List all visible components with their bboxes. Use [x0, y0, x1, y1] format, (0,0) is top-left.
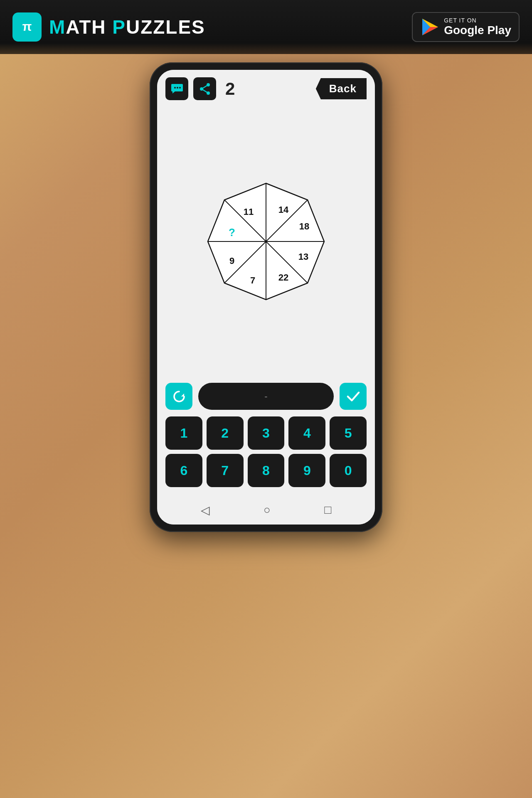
nav-bar: ◁ ○ □ — [157, 495, 375, 525]
title-rest: ATH PUZZLES — [66, 16, 205, 38]
seg-7: 7 — [250, 275, 255, 286]
reset-button[interactable] — [165, 383, 192, 410]
answer-text: - — [264, 391, 267, 402]
share-icon — [199, 83, 211, 95]
header-left: π MATH PUZZLES — [12, 12, 205, 42]
num-btn-6[interactable]: 6 — [165, 454, 202, 487]
app-title: MATH PUZZLES — [49, 16, 205, 38]
answer-display: - — [198, 383, 334, 410]
num-btn-9[interactable]: 9 — [288, 454, 325, 487]
num-btn-4[interactable]: 4 — [288, 416, 325, 450]
seg-11: 11 — [244, 207, 254, 217]
level-number: 2 — [225, 79, 235, 99]
pi-logo: π — [12, 12, 42, 42]
header: π MATH PUZZLES GET IT ON Google Play — [0, 0, 532, 54]
seg-22: 22 — [278, 272, 288, 283]
num-btn-0[interactable]: 0 — [330, 454, 367, 487]
svg-marker-23 — [181, 393, 184, 396]
check-icon — [346, 389, 361, 404]
num-btn-1[interactable]: 1 — [165, 416, 202, 450]
share-button[interactable] — [193, 77, 216, 100]
num-btn-5[interactable]: 5 — [330, 416, 367, 450]
nav-back-icon[interactable]: ◁ — [201, 503, 210, 517]
num-btn-3[interactable]: 3 — [248, 416, 285, 450]
back-button[interactable]: Back — [316, 78, 367, 99]
chat-icon — [171, 83, 183, 95]
num-btn-2[interactable]: 2 — [207, 416, 244, 450]
input-area: - 1 2 3 4 5 6 7 8 — [157, 379, 375, 495]
title-m: M — [49, 16, 66, 38]
numpad: 1 2 3 4 5 6 7 8 9 0 — [165, 416, 367, 487]
num-btn-7[interactable]: 7 — [207, 454, 244, 487]
phone-outer: 2 Back — [150, 62, 382, 532]
app-bar: 2 Back — [157, 70, 375, 104]
seg-14: 14 — [278, 204, 289, 215]
num-btn-8[interactable]: 8 — [248, 454, 285, 487]
reset-icon — [172, 389, 187, 404]
nav-home-icon[interactable]: ○ — [264, 503, 271, 517]
google-play-label: Google Play — [444, 24, 511, 37]
seg-question: ? — [229, 226, 235, 239]
seg-9: 9 — [229, 256, 234, 266]
google-play-text: GET IT ON Google Play — [444, 17, 511, 37]
svg-line-13 — [202, 89, 208, 93]
chat-button[interactable] — [165, 77, 188, 100]
check-button[interactable] — [340, 383, 367, 410]
octagon-puzzle: 14 18 13 22 7 9 ? 11 — [195, 171, 337, 312]
google-play-badge[interactable]: GET IT ON Google Play — [412, 12, 520, 42]
nav-recent-icon[interactable]: □ — [324, 503, 331, 517]
svg-point-7 — [177, 87, 178, 89]
svg-line-12 — [202, 85, 208, 89]
get-it-on-label: GET IT ON — [444, 17, 511, 24]
seg-13: 13 — [298, 251, 308, 262]
svg-text:π: π — [22, 20, 32, 33]
input-row: - — [165, 383, 367, 410]
play-store-icon — [420, 18, 439, 37]
seg-18: 18 — [299, 221, 309, 232]
phone-screen: 2 Back — [157, 70, 375, 525]
svg-point-8 — [179, 87, 181, 89]
phone-wrapper: 2 Back — [150, 62, 382, 532]
puzzle-area: 14 18 13 22 7 9 ? 11 — [157, 104, 375, 379]
svg-point-6 — [174, 87, 176, 89]
